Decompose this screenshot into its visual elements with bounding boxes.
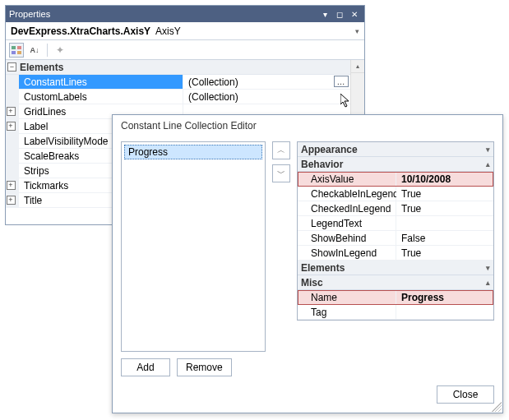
prop-name[interactable]: NameProgress <box>298 290 493 305</box>
resize-grip-icon[interactable] <box>492 402 502 412</box>
list-item[interactable]: Progress <box>124 145 262 159</box>
prop-customlabels[interactable]: CustomLabels (Collection) <box>6 90 350 104</box>
category-elements[interactable]: − Elements <box>6 60 350 75</box>
properties-titlebar: Properties ▾ ◻ ✕ <box>6 6 364 22</box>
prop-legendtext[interactable]: LegendText <box>298 216 493 231</box>
object-name: AxisY <box>155 25 181 37</box>
svg-rect-3 <box>17 51 21 54</box>
dropdown-icon[interactable]: ▾ <box>318 8 331 20</box>
collapse-icon[interactable]: − <box>7 62 16 72</box>
prop-checkableinlegend[interactable]: CheckableInLegendTrue <box>298 187 493 201</box>
prop-showinlegend[interactable]: ShowInLegendTrue <box>298 246 493 261</box>
alphabetical-icon[interactable]: A↓ <box>27 43 42 58</box>
close-button[interactable]: Close <box>437 385 494 404</box>
collection-editor-dialog: Constant Line Collection Editor Progress… <box>112 114 503 413</box>
object-type: DevExpress.XtraCharts.AxisY <box>11 25 150 37</box>
chevron-up-icon: ▴ <box>486 279 490 287</box>
chevron-down-icon: ▾ <box>486 264 490 272</box>
category-appearance[interactable]: Appearance▾ <box>298 142 493 157</box>
object-selector[interactable]: DevExpress.XtraCharts.AxisY AxisY ▾ <box>6 22 364 40</box>
svg-rect-2 <box>12 51 16 54</box>
close-icon[interactable]: ✕ <box>348 8 361 20</box>
ellipsis-button[interactable]: … <box>334 76 349 87</box>
item-property-grid: Appearance▾ Behavior▴ AxisValue10/10/200… <box>297 141 494 321</box>
category-misc[interactable]: Misc▴ <box>298 275 493 290</box>
scroll-up-icon[interactable]: ▴ <box>351 60 364 73</box>
dialog-title: Constant Line Collection Editor <box>113 115 502 136</box>
pin-icon[interactable]: ◻ <box>333 8 346 20</box>
add-button[interactable]: Add <box>121 358 170 376</box>
chevron-up-icon: ▴ <box>486 160 490 168</box>
properties-title: Properties <box>9 9 318 19</box>
prop-checkedinlegend[interactable]: CheckedInLegendTrue <box>298 201 493 216</box>
prop-axisvalue[interactable]: AxisValue10/10/2008 <box>298 172 493 187</box>
expand-icon[interactable]: + <box>7 181 16 190</box>
properties-toolbar: A↓ ✦ <box>6 40 364 60</box>
move-down-button[interactable]: ﹀ <box>272 164 290 182</box>
wrench-icon[interactable]: ✦ <box>53 43 67 58</box>
svg-rect-1 <box>17 46 21 49</box>
svg-rect-0 <box>12 46 16 49</box>
categorized-icon[interactable] <box>9 43 24 58</box>
remove-button[interactable]: Remove <box>177 358 232 376</box>
expand-icon[interactable]: + <box>7 196 16 205</box>
prop-constantlines[interactable]: ConstantLines (Collection) … <box>6 75 350 90</box>
items-list[interactable]: Progress <box>121 141 266 352</box>
chevron-down-icon: ▾ <box>486 145 490 154</box>
prop-tag[interactable]: Tag <box>298 305 493 320</box>
category-behavior[interactable]: Behavior▴ <box>298 157 493 172</box>
move-up-button[interactable]: ︿ <box>272 141 290 159</box>
expand-icon[interactable]: + <box>7 107 16 116</box>
expand-icon[interactable]: + <box>7 122 16 131</box>
chevron-down-icon: ▾ <box>355 27 359 35</box>
category-elements[interactable]: Elements▾ <box>298 261 493 275</box>
prop-showbehind[interactable]: ShowBehindFalse <box>298 231 493 246</box>
